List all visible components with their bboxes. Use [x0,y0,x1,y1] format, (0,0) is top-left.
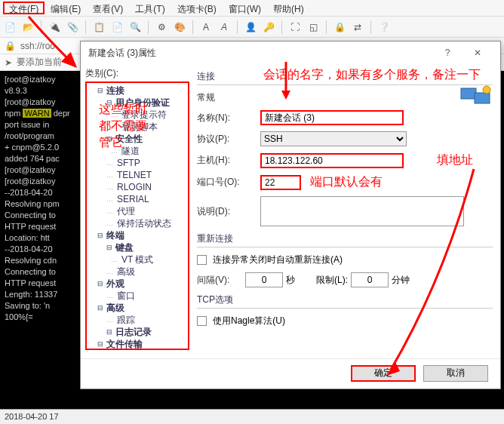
interval-unit: 秒 [286,274,295,287]
tree-sftp[interactable]: SFTP [106,157,185,169]
tree-loginprompt[interactable]: 登录提示符 [111,109,185,121]
font-icon[interactable]: A [199,20,213,34]
open-icon[interactable]: 📂 [21,20,35,34]
limit-unit: 分钟 [392,274,410,287]
annotation-port: 端口默认会有 [310,174,383,190]
search-icon[interactable]: 🔍 [128,20,142,34]
help-button[interactable]: ? [432,42,463,63]
new-icon[interactable]: 📄 [3,20,17,34]
nagle-checkbox[interactable] [197,316,207,326]
tree-filetransfer[interactable]: 文件传输 [97,338,185,350]
tree-rlogin[interactable]: RLOGIN [106,181,185,193]
tree-adv[interactable]: 高级 [106,266,185,278]
menu-edit[interactable]: 编辑(E) [45,2,87,14]
menu-window[interactable]: 窗口(W) [223,2,267,14]
user-icon[interactable]: 👤 [244,20,257,34]
key-icon[interactable]: 🔑 [262,20,275,34]
menu-help[interactable]: 帮助(H) [267,2,310,14]
props-icon[interactable]: ⚙ [155,20,168,34]
tree-telnet[interactable]: TELNET [106,169,185,181]
address-text: ssh://roo [20,41,55,51]
tree-advanced[interactable]: 高级 [97,302,185,314]
annotation-session-note: 会话的名字，如果有多个服务，备注一下 [263,67,497,83]
category-label: 类别(C): [85,67,189,80]
close-button[interactable]: ✕ [463,42,493,63]
group-tcp: TCP选项 [197,293,493,309]
status-bar: 2018-04-20 17 [0,409,504,424]
reconnect-label: 连接异常关闭时自动重新连接(A) [213,253,343,266]
tree-security[interactable]: 安全性 [106,133,185,145]
svg-point-2 [483,86,490,94]
reconnect-checkbox[interactable] [197,255,207,265]
reconnect-icon[interactable]: 🔌 [48,20,61,34]
help-icon[interactable]: ❔ [377,20,391,34]
lock-icon: 🔒 [5,41,16,51]
paste-icon[interactable]: 📄 [110,20,124,34]
protocol-select[interactable]: SSH [260,131,407,146]
color-icon[interactable]: 🎨 [173,20,186,34]
lock-icon[interactable]: 🔒 [333,20,346,34]
desc-input[interactable] [260,196,464,226]
group-reconnect: 重新连接 [197,232,493,247]
host-label: 主机(H): [197,154,257,167]
transfer-icon[interactable]: ⇄ [351,20,364,34]
tree-window[interactable]: 窗口 [106,290,185,302]
limit-label: 限制(L): [316,274,348,287]
tree-appearance[interactable]: 外观 [97,278,185,290]
menu-view[interactable]: 查看(V) [87,2,129,14]
host-input[interactable] [260,153,404,168]
computers-icon [459,84,493,109]
send-icon: ➤ [5,57,12,68]
menu-tabs[interactable]: 选项卡(B) [171,2,223,14]
svg-rect-1 [475,93,490,103]
category-tree[interactable]: 连接 用户身份验证 登录提示符 登录脚本 安全性 隧道 SFTP TELNET … [85,81,189,350]
port-input[interactable] [260,175,301,190]
tree-vt[interactable]: VT 模式 [111,253,185,266]
fontstyle-icon[interactable]: A [217,20,231,34]
interval-label: 间隔(V): [197,274,242,287]
annotation-host: 填地址 [437,152,473,168]
disconnect-icon[interactable]: 📎 [66,20,79,34]
tree-serial[interactable]: SERIAL [106,193,185,205]
session-properties-dialog: 新建会话 (3)属性 ? ✕ 类别(C): 连接 用户身份验证 登录提示符 登录… [80,41,501,389]
tree-proxy[interactable]: 代理 [106,205,185,217]
tree-keepalive[interactable]: 保持活动状态 [106,217,185,229]
menubar: 文件(F) 编辑(E) 查看(V) 工具(T) 选项卡(B) 窗口(W) 帮助(… [0,0,504,17]
tree-log[interactable]: 日志记录 [106,326,185,338]
fit-icon[interactable]: ◱ [306,20,320,34]
menu-tools[interactable]: 工具(T) [129,2,171,14]
limit-input[interactable] [351,272,389,287]
toolbar: 📄 📂 🔌 📎 📋 📄 🔍 ⚙ 🎨 A A 👤 🔑 ⛶ ◱ 🔒 ⇄ ❔ [0,17,504,38]
svg-rect-0 [461,88,476,99]
cancel-button[interactable]: 取消 [423,365,488,382]
tree-tunnel[interactable]: 隧道 [111,145,185,157]
tree-keyboard[interactable]: 键盘 [106,241,185,253]
quick-command-text: 要添加当前 [17,56,62,69]
protocol-label: 协议(P): [197,133,257,146]
general-label: 常规 [197,91,257,104]
name-input[interactable] [260,110,404,125]
tree-auth[interactable]: 用户身份验证 [106,97,185,109]
tree-connection[interactable]: 连接 [97,84,185,97]
name-label: 名称(N): [197,112,257,124]
menu-file[interactable]: 文件(F) [3,2,45,14]
dialog-title: 新建会话 (3)属性 [88,47,432,60]
tree-terminal[interactable]: 终端 [97,229,185,241]
ok-button[interactable]: 确定 [351,365,416,382]
port-label: 端口号(O): [197,176,257,189]
copy-icon[interactable]: 📋 [92,20,106,34]
fullscreen-icon[interactable]: ⛶ [288,20,302,34]
interval-input[interactable] [245,272,283,287]
desc-label: 说明(D): [197,205,257,218]
tree-loginscript[interactable]: 登录脚本 [111,121,185,133]
nagle-label: 使用Nagle算法(U) [213,315,285,327]
tree-trace[interactable]: 跟踪 [106,314,185,326]
